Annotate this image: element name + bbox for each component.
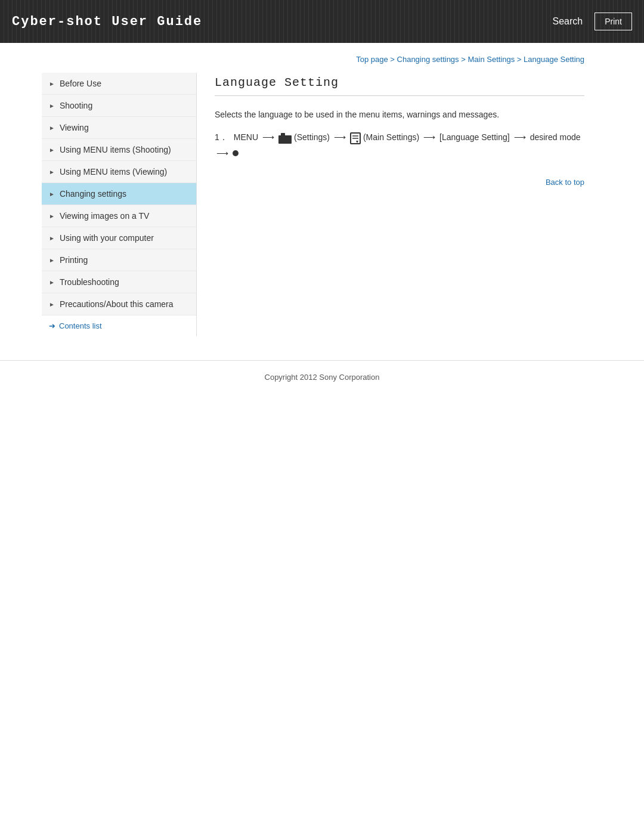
- chevron-right-icon: ►: [49, 191, 55, 197]
- back-to-top-link[interactable]: Back to top: [546, 178, 584, 187]
- svg-rect-0: [278, 135, 292, 144]
- chevron-right-icon: ►: [49, 147, 55, 153]
- footer: Copyright 2012 Sony Corporation: [0, 360, 644, 394]
- breadcrumb-current: Language Setting: [524, 55, 584, 64]
- sidebar-item-troubleshooting[interactable]: ► Troubleshooting: [42, 271, 196, 293]
- arrow-icon: ⟶: [216, 147, 228, 160]
- sidebar-item-using-computer[interactable]: ► Using with your computer: [42, 227, 196, 249]
- arrow-right-icon: ➔: [49, 321, 55, 330]
- contents-list-link[interactable]: ➔ Contents list: [42, 315, 196, 336]
- sidebar-item-precautions[interactable]: ► Precautions/About this camera: [42, 293, 196, 315]
- settings-icon: [278, 131, 292, 144]
- sidebar-item-label: Using MENU items (Viewing): [60, 167, 167, 176]
- print-button[interactable]: Print: [595, 13, 632, 30]
- main-settings-label: (Main Settings): [363, 131, 419, 144]
- breadcrumb-changing-settings[interactable]: Changing settings: [397, 55, 459, 64]
- breadcrumb-separator: >: [390, 55, 397, 64]
- confirm-circle-icon: [233, 150, 239, 156]
- chevron-right-icon: ►: [49, 213, 55, 219]
- svg-rect-1: [281, 133, 285, 137]
- sidebar-item-before-use[interactable]: ► Before Use: [42, 73, 196, 95]
- chevron-right-icon: ►: [49, 279, 55, 286]
- sidebar-item-viewing[interactable]: ► Viewing: [42, 117, 196, 139]
- chevron-right-icon: ►: [49, 80, 55, 87]
- chevron-right-icon: ►: [49, 257, 55, 264]
- settings-label: (Settings): [294, 131, 330, 144]
- search-button[interactable]: Search: [547, 13, 589, 30]
- sidebar-item-label: Using with your computer: [60, 233, 154, 243]
- page-description: Selects the language to be used in the m…: [215, 108, 584, 121]
- copyright-text: Copyright 2012 Sony Corporation: [265, 373, 380, 382]
- arrow-icon: ⟶: [423, 131, 435, 144]
- sidebar-item-menu-viewing[interactable]: ► Using MENU items (Viewing): [42, 161, 196, 183]
- arrow-icon: ⟶: [514, 131, 526, 144]
- header-actions: Search Print: [547, 13, 633, 30]
- main-container: ► Before Use ► Shooting ► Viewing ► Usin…: [36, 43, 608, 348]
- arrow-icon: ⟶: [334, 131, 346, 144]
- page-title: Language Setting: [215, 76, 584, 96]
- contents-list-label: Contents list: [59, 321, 102, 330]
- chevron-right-icon: ►: [49, 169, 55, 175]
- sidebar-item-label: Viewing images on a TV: [60, 211, 149, 221]
- chevron-right-icon: ►: [49, 103, 55, 109]
- instruction-step: 1． MENU ⟶ (Settings) ⟶ (Main Settings): [215, 131, 584, 160]
- breadcrumb: Top page > Changing settings > Main Sett…: [215, 55, 584, 64]
- desired-mode-label: desired mode: [530, 131, 581, 144]
- sidebar-item-label: Using MENU items (Shooting): [60, 145, 171, 154]
- language-setting-label: [Language Setting]: [439, 131, 510, 144]
- sidebar-item-changing-settings[interactable]: ► Changing settings: [42, 183, 196, 205]
- sidebar-item-label: Printing: [60, 255, 88, 265]
- menu-label: MENU: [234, 131, 258, 144]
- sidebar: ► Before Use ► Shooting ► Viewing ► Usin…: [42, 73, 197, 336]
- sidebar-item-menu-shooting[interactable]: ► Using MENU items (Shooting): [42, 139, 196, 161]
- step-number: 1．: [215, 131, 228, 144]
- breadcrumb-separator: >: [517, 55, 524, 64]
- sidebar-item-label: Shooting: [60, 101, 92, 110]
- chevron-right-icon: ►: [49, 301, 55, 308]
- back-to-top[interactable]: Back to top: [215, 178, 584, 187]
- sidebar-item-label: Precautions/About this camera: [60, 299, 174, 309]
- breadcrumb-main-settings[interactable]: Main Settings: [467, 55, 515, 64]
- breadcrumb-separator: >: [461, 55, 467, 64]
- main-settings-icon: [350, 131, 361, 144]
- chevron-right-icon: ►: [49, 235, 55, 241]
- sidebar-item-label: Viewing: [60, 123, 89, 132]
- arrow-icon: ⟶: [262, 131, 274, 144]
- breadcrumb-top-page[interactable]: Top page: [356, 55, 388, 64]
- svg-marker-5: [356, 141, 358, 143]
- sidebar-item-printing[interactable]: ► Printing: [42, 249, 196, 271]
- sidebar-item-viewing-tv[interactable]: ► Viewing images on a TV: [42, 205, 196, 227]
- sidebar-item-shooting[interactable]: ► Shooting: [42, 95, 196, 117]
- chevron-right-icon: ►: [49, 125, 55, 131]
- sidebar-item-label: Troubleshooting: [60, 277, 119, 287]
- content-area: Top page > Changing settings > Main Sett…: [197, 55, 602, 336]
- sidebar-item-label: Before Use: [60, 79, 101, 88]
- header: Cyber-shot User Guide Search Print: [0, 0, 644, 43]
- sidebar-item-label: Changing settings: [60, 189, 126, 199]
- app-title: Cyber-shot User Guide: [12, 14, 202, 29]
